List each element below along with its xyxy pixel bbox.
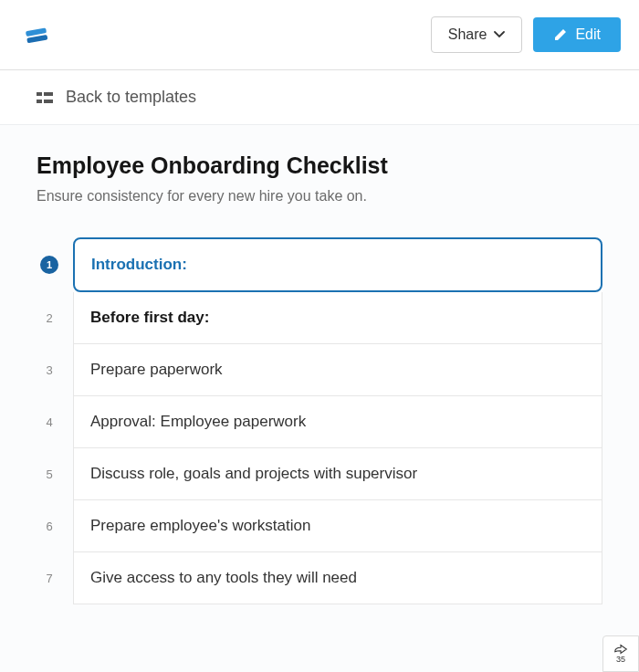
page-subtitle: Ensure consistency for every new hire yo… xyxy=(37,188,602,205)
checklist-item-label: Before first day: xyxy=(90,309,209,326)
checklist-row: 2 Before first day: xyxy=(37,292,602,344)
checklist-item[interactable]: Give access to any tools they will need xyxy=(73,552,602,604)
row-number: 7 xyxy=(37,552,62,604)
svg-rect-3 xyxy=(44,92,53,96)
checklist-row: 1 Introduction: xyxy=(37,237,602,292)
top-bar: Share Edit xyxy=(0,0,639,70)
row-number: 6 xyxy=(37,500,62,552)
page-title: Employee Onboarding Checklist xyxy=(37,152,602,179)
share-arrow-icon xyxy=(613,644,629,655)
checklist-item[interactable]: Prepare paperwork xyxy=(73,344,602,396)
checklist-item-label: Prepare employee's workstation xyxy=(90,517,310,534)
app-logo xyxy=(23,21,50,48)
checklist-item[interactable]: Discuss role, goals and projects with su… xyxy=(73,448,602,500)
content-wrap: Employee Onboarding Checklist Ensure con… xyxy=(0,125,639,672)
checklist-item[interactable]: Approval: Employee paperwork xyxy=(73,396,602,448)
overlay-text: 35 xyxy=(616,655,625,664)
checklist-item-label: Prepare paperwork xyxy=(90,361,223,378)
edit-button[interactable]: Edit xyxy=(533,17,621,52)
row-number: 5 xyxy=(37,448,62,500)
top-bar-actions: Share Edit xyxy=(431,16,621,53)
svg-rect-4 xyxy=(37,100,42,103)
checklist-row: 3 Prepare paperwork xyxy=(37,344,602,396)
share-label: Share xyxy=(448,26,487,43)
svg-rect-1 xyxy=(26,35,47,43)
checklist-item-label: Discuss role, goals and projects with su… xyxy=(90,465,417,482)
back-to-templates[interactable]: Back to templates xyxy=(0,70,639,125)
checklist-item-label: Approval: Employee paperwork xyxy=(90,413,306,430)
row-number-badge: 1 xyxy=(40,256,58,274)
checklist-item[interactable]: Before first day: xyxy=(73,292,602,344)
edit-label: Edit xyxy=(575,26,601,43)
checklist-row: 5 Discuss role, goals and projects with … xyxy=(37,448,602,500)
checklist: 1 Introduction: 2 Before first day: 3 Pr… xyxy=(37,237,602,659)
row-number: 3 xyxy=(37,344,62,396)
pencil-icon xyxy=(553,27,568,42)
back-icon xyxy=(37,90,53,105)
content-scroll[interactable]: Employee Onboarding Checklist Ensure con… xyxy=(0,125,639,672)
checklist-item[interactable]: Prepare employee's workstation xyxy=(73,500,602,552)
checklist-item-label: Introduction: xyxy=(91,256,187,273)
checklist-row: 4 Approval: Employee paperwork xyxy=(37,396,602,448)
svg-rect-0 xyxy=(26,28,47,37)
bottom-overlay[interactable]: 35 xyxy=(602,635,639,672)
row-number: 1 xyxy=(37,237,62,292)
row-number: 4 xyxy=(37,396,62,448)
checklist-item-label: Give access to any tools they will need xyxy=(90,569,357,586)
share-button[interactable]: Share xyxy=(431,16,523,53)
checklist-item[interactable]: Introduction: xyxy=(73,237,602,292)
svg-rect-5 xyxy=(44,100,53,103)
svg-rect-2 xyxy=(37,92,42,96)
chevron-down-icon xyxy=(494,31,505,38)
row-number: 2 xyxy=(37,292,62,344)
checklist-row: 6 Prepare employee's workstation xyxy=(37,500,602,552)
back-label: Back to templates xyxy=(66,88,196,107)
checklist-row: 7 Give access to any tools they will nee… xyxy=(37,552,602,604)
